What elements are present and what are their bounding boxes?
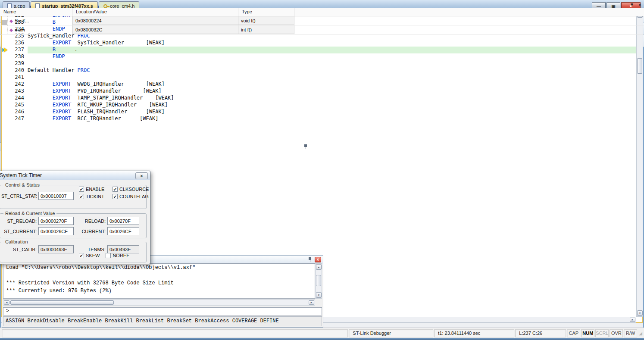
status-flags: CAPNUMSCRLOVRR/W — [567, 329, 638, 337]
checkbox-clksource[interactable]: ✔CLKSOURCE — [113, 187, 149, 192]
command-hscrollbar[interactable]: ◄ ► — [3, 299, 315, 306]
command-hint-strip: ASSIGN BreakDisable BreakEnable BreakKil… — [3, 316, 322, 326]
skew-checkbox[interactable]: ✔ — [79, 253, 84, 258]
status-flag-ovr: OVR — [610, 329, 623, 337]
scroll-right-icon[interactable]: ► — [309, 300, 314, 305]
editor-line-239[interactable]: 239 — [2, 60, 636, 67]
field-st-current[interactable]: 0x000026CF — [38, 227, 74, 235]
current-statement-arrow-icon — [4, 48, 7, 52]
tab-list-dropdown-icon[interactable]: ▼ — [630, 2, 634, 8]
editor-line-242[interactable]: 242 EXPORT WWDG_IRQHandler [WEAK] — [2, 81, 636, 88]
window-border — [0, 338, 644, 340]
calibration-checkboxes: ✔SKEWNOREF — [79, 253, 129, 258]
field-label: ST_CALIB: — [1, 247, 37, 252]
pin-icon[interactable] — [308, 257, 313, 262]
command-vscrollbar[interactable]: ▲ ▼ — [315, 263, 322, 299]
close-document-icon[interactable]: × — [638, 2, 641, 8]
noref-checkbox[interactable] — [106, 253, 111, 258]
editor-line-243[interactable]: 243 EXPORT PVD_IRQHandler [WEAK] — [2, 88, 636, 95]
field-st-calib[interactable]: 0x4000493E — [38, 245, 74, 253]
editor-tab-controls: ▼ × — [630, 2, 641, 8]
clksource-checkbox[interactable]: ✔ — [113, 187, 118, 192]
resize-grip[interactable]: ◢ — [639, 331, 642, 336]
field-label: ST_RELOAD: — [1, 218, 37, 224]
scroll-down-icon[interactable]: ▼ — [637, 310, 643, 316]
control-checkboxes: ✔ENABLE✔CLKSOURCE✔TICKINT✔COUNTFLAG — [79, 187, 149, 199]
pin-icon[interactable] — [303, 144, 308, 150]
ctrl-stat-label: ST_CTRL_STAT: — [1, 193, 37, 199]
field-current[interactable]: 0x0026CF — [107, 227, 139, 235]
system-tick-timer-dialog[interactable]: System Tick Timer × Control & Status ST_… — [0, 171, 150, 264]
field-label: CURRENT: — [79, 229, 106, 234]
editor-line-241[interactable]: 241 — [2, 74, 636, 81]
checkbox-skew[interactable]: ✔SKEW — [79, 253, 100, 258]
ctrl-stat-field[interactable]: 0x00010007 — [38, 192, 74, 200]
countflag-checkbox[interactable]: ✔ — [113, 194, 118, 199]
callstack-row-syst[interactable]: ◆SysT...0x08000224void f() — [0, 16, 644, 25]
group-label: Calibration — [3, 239, 30, 244]
dialog-title: System Tick Timer — [0, 172, 42, 178]
status-bar: ST-Link Debugger t1: 23.84111440 sec L:2… — [0, 328, 644, 338]
command-output-line: Load "C:\\Users\\robo\\Desktop\\keil\\di… — [6, 265, 315, 272]
callstack-rows: ◆SysT...0x08000224void f()◆main0x0800032… — [0, 16, 644, 34]
command-output-line — [6, 272, 315, 280]
editor-line-244[interactable]: 244 EXPORT TAMP_STAMP_IRQHandler [WEAK] — [2, 95, 636, 102]
dialog-titlebar: System Tick Timer — [0, 171, 150, 180]
status-time: t1: 23.84111440 sec — [434, 329, 514, 337]
scroll-up-icon[interactable]: ▲ — [316, 264, 322, 270]
editor-line-236[interactable]: 236 EXPORT SysTick_Handler [WEAK] — [2, 40, 636, 47]
status-flag-num: NUM — [581, 329, 594, 337]
field-st-reload[interactable]: 0x0000270F — [38, 217, 74, 225]
status-flag-scrl: SCRL — [595, 329, 609, 337]
editor-line-237[interactable]: 237 B . — [2, 47, 636, 53]
status-message-area — [2, 329, 348, 337]
status-cursor-position: L:237 C:26 — [515, 329, 566, 337]
field-label: RELOAD: — [79, 218, 106, 224]
checkbox-countflag[interactable]: ✔COUNTFLAG — [113, 194, 149, 199]
type-column-header[interactable]: Type — [238, 8, 294, 16]
status-debugger: ST-Link Debugger — [349, 329, 433, 337]
close-icon[interactable]: × — [315, 257, 321, 262]
editor-line-245[interactable]: 245 EXPORT RTC_WKUP_IRQHandler [WEAK] — [2, 102, 636, 109]
scroll-right-icon[interactable]: ► — [630, 318, 635, 322]
group-label: Control & Status — [3, 182, 41, 187]
callstack-table-header: Name Location/Value Type — [0, 8, 644, 16]
symbol-diamond-icon: ◆ — [8, 25, 15, 34]
scrollbar-thumb[interactable] — [316, 275, 321, 286]
status-flag-cap: CAP — [567, 329, 580, 337]
tickint-checkbox[interactable]: ✔ — [79, 194, 84, 199]
field-tenms[interactable]: 0x00493E — [107, 245, 139, 253]
editor-line-247[interactable]: 247 EXPORT RCC_IRQHandler [WEAK] — [2, 115, 636, 122]
field-label: TENMS: — [79, 247, 106, 252]
status-flag-r-w: R/W — [624, 329, 637, 337]
command-input[interactable]: > — [3, 307, 322, 315]
editor-line-246[interactable]: 246 EXPORT FLASH_IRQHandler [WEAK] — [2, 109, 636, 115]
enable-checkbox[interactable]: ✔ — [79, 187, 84, 192]
scroll-left-icon[interactable]: ◄ — [4, 300, 9, 305]
editor-line-238[interactable]: 238 ENDP — [2, 53, 636, 60]
checkbox-enable[interactable]: ✔ENABLE — [79, 187, 110, 192]
location-column-header[interactable]: Location/Value — [72, 8, 238, 16]
symbol-diamond-icon: ◆ — [8, 16, 15, 25]
scroll-down-icon[interactable]: ▼ — [316, 292, 322, 298]
group-label: Reload & Current Value — [3, 211, 56, 216]
checkbox-tickint[interactable]: ✔TICKINT — [79, 194, 110, 199]
scrollbar-thumb[interactable] — [637, 58, 642, 74]
dialog-close-button[interactable]: × — [135, 172, 148, 179]
name-column-header[interactable]: Name — [0, 8, 72, 16]
field-reload[interactable]: 0x00270F — [107, 217, 139, 225]
scrollbar-thumb[interactable] — [10, 300, 114, 305]
command-output[interactable]: Load "C:\\Users\\robo\\Desktop\\keil\\di… — [3, 263, 315, 299]
command-panel: Command × Load "C:\\Users\\robo\\Desktop… — [2, 255, 323, 328]
checkbox-noref[interactable]: NOREF — [106, 253, 129, 258]
callstack-row-main[interactable]: ◆main0x0800032Cint f() — [0, 25, 644, 34]
editor-vscrollbar[interactable]: ▲ ▼ — [636, 11, 643, 317]
command-output-line: *** Restricted Version with 32768 Byte C… — [6, 280, 315, 288]
field-label: ST_CURRENT: — [1, 229, 37, 234]
editor-line-240[interactable]: 240Default_Handler PROC — [2, 67, 636, 74]
command-output-line: *** Currently used: 976 Bytes (2%) — [6, 288, 315, 296]
